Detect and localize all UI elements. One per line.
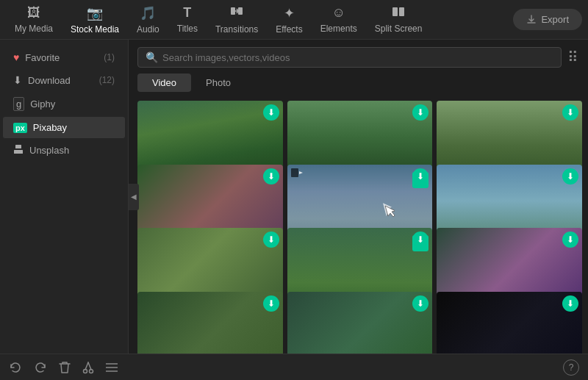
main-content: ♥ Favorite (1) ⬇ Download (12) g Giphy p…: [0, 40, 588, 354]
nav-stock-media[interactable]: 📷 Stock Media: [62, 0, 128, 39]
media-card[interactable]: ⬇: [287, 292, 433, 354]
nav-audio-label: Audio: [137, 24, 159, 35]
svg-line-11: [85, 362, 88, 370]
svg-rect-4: [399, 7, 404, 16]
delete-button[interactable]: [59, 361, 71, 374]
tab-video[interactable]: Video: [137, 74, 191, 92]
sidebar-item-favorite[interactable]: ♥ Favorite (1): [3, 46, 125, 68]
card-download-button[interactable]: ⬇: [263, 295, 279, 312]
redo-button[interactable]: [34, 361, 47, 374]
media-grid: ⬇ ⬇ + ⬇ ⬇ ⬇ +: [129, 98, 588, 354]
search-input[interactable]: [162, 52, 553, 63]
card-download-button[interactable]: ⬇: [562, 295, 578, 312]
nav-audio[interactable]: 🎵 Audio: [128, 0, 168, 39]
pixabay-label: Pixabay: [33, 122, 115, 133]
media-tabs: Video Photo: [129, 74, 588, 98]
sidebar-collapse-button[interactable]: ◀: [129, 184, 139, 210]
svg-rect-5: [15, 145, 21, 148]
content-area: ◀ 🔍 ⠿ Video Photo ⬇ ⬇ +: [129, 40, 588, 354]
nav-transitions[interactable]: Transitions: [207, 0, 267, 39]
nav-my-media-label: My Media: [15, 24, 53, 34]
svg-rect-6: [14, 150, 23, 154]
download-sidebar-icon: ⬇: [13, 74, 22, 86]
bottom-toolbar: ?: [0, 354, 588, 380]
giphy-label: Giphy: [30, 98, 115, 110]
my-media-icon: 🖼: [27, 5, 40, 21]
stock-media-icon: 📷: [87, 5, 103, 21]
svg-rect-7: [291, 168, 298, 177]
nav-effects[interactable]: ✦ Effects: [267, 0, 311, 39]
svg-line-12: [88, 362, 91, 370]
nav-titles-label: Titles: [177, 24, 198, 34]
export-label: Export: [541, 14, 569, 25]
video-badge-icon: [291, 168, 303, 179]
svg-rect-0: [231, 7, 235, 15]
card-download-button[interactable]: ⬇: [263, 232, 279, 248]
elements-icon: ☺: [332, 5, 345, 21]
heart-icon: ♥: [13, 51, 19, 63]
nav-elements-label: Elements: [320, 24, 357, 34]
mouse-cursor: [384, 205, 395, 220]
sidebar-item-pixabay[interactable]: px Pixabay: [3, 117, 125, 138]
split-screen-icon: [392, 5, 405, 21]
pixabay-icon: px: [13, 123, 27, 133]
nav-effects-label: Effects: [276, 24, 302, 35]
grid-toggle-button[interactable]: ⠿: [567, 49, 579, 66]
help-button[interactable]: ?: [563, 359, 579, 376]
search-input-wrap: 🔍: [137, 47, 562, 68]
effects-icon: ✦: [284, 5, 295, 21]
audio-icon: 🎵: [140, 5, 156, 21]
giphy-icon: g: [13, 97, 24, 111]
tab-photo[interactable]: Photo: [191, 74, 245, 92]
unsplash-icon: [13, 144, 24, 157]
nav-my-media[interactable]: 🖼 My Media: [6, 0, 62, 39]
card-download-button[interactable]: ⬇: [263, 168, 279, 184]
card-download-button[interactable]: ⬇: [412, 168, 429, 184]
sidebar-item-giphy[interactable]: g Giphy: [3, 92, 125, 116]
search-icon: 🔍: [146, 51, 158, 63]
favorite-label: Favorite: [25, 52, 98, 63]
sidebar: ♥ Favorite (1) ⬇ Download (12) g Giphy p…: [0, 40, 129, 354]
nav-elements[interactable]: ☺ Elements: [312, 0, 366, 39]
nav-transitions-label: Transitions: [215, 24, 258, 35]
nav-split-screen[interactable]: Split Screen: [366, 0, 431, 39]
transitions-icon: [230, 4, 243, 21]
card-download-button[interactable]: ⬇: [412, 295, 429, 312]
nav-split-screen-label: Split Screen: [375, 24, 423, 34]
menu-button[interactable]: [106, 362, 118, 373]
unsplash-label: Unsplash: [29, 145, 115, 156]
card-download-button[interactable]: ⬇: [562, 104, 578, 121]
svg-rect-3: [392, 7, 398, 16]
card-download-button[interactable]: ⬇: [562, 168, 578, 184]
nav-stock-media-label: Stock Media: [71, 24, 119, 35]
card-download-button[interactable]: ⬇: [562, 232, 578, 248]
card-download-button[interactable]: ⬇: [263, 104, 279, 121]
top-nav: 🖼 My Media 📷 Stock Media 🎵 Audio T Title…: [0, 0, 588, 40]
svg-marker-8: [299, 171, 303, 174]
media-card[interactable]: ⬇: [437, 292, 582, 354]
sidebar-item-unsplash[interactable]: Unsplash: [3, 139, 125, 162]
download-count: (12): [99, 75, 115, 85]
media-card[interactable]: ⬇: [137, 292, 283, 354]
search-bar: 🔍 ⠿: [129, 40, 588, 74]
favorite-count: (1): [104, 52, 115, 62]
export-button[interactable]: Export: [513, 9, 582, 30]
cut-button[interactable]: [82, 361, 94, 374]
nav-titles[interactable]: T Titles: [168, 0, 207, 39]
titles-icon: T: [183, 5, 191, 21]
sidebar-item-download[interactable]: ⬇ Download (12): [3, 69, 125, 91]
undo-button[interactable]: [9, 361, 22, 374]
download-label: Download: [28, 75, 93, 86]
help-icon: ?: [569, 362, 574, 373]
